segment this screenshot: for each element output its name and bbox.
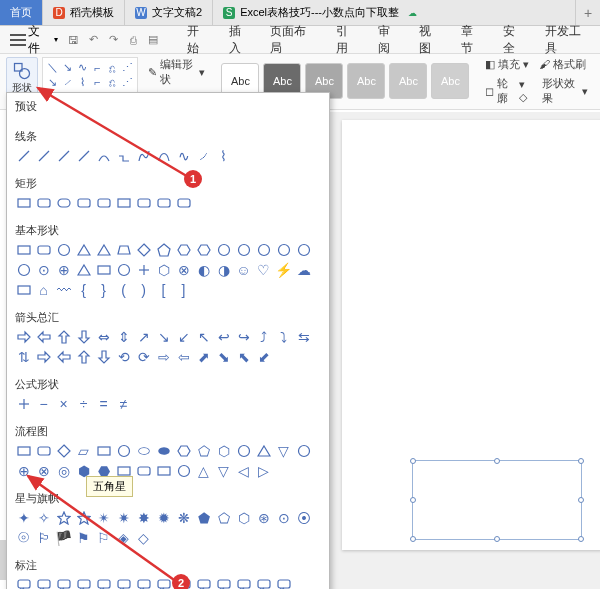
shape-item[interactable] <box>75 576 92 589</box>
shape-item[interactable]: ✦ <box>15 509 32 526</box>
shape-item[interactable] <box>15 328 32 345</box>
shape-item[interactable]: ⇨ <box>155 348 172 365</box>
shape-item[interactable] <box>75 509 92 526</box>
edit-shape-button[interactable]: ✎ 编辑形状 ▾ <box>148 57 205 87</box>
shape-item[interactable] <box>75 147 92 164</box>
shape-item[interactable] <box>55 442 72 459</box>
shape-item[interactable] <box>135 261 152 278</box>
shape-item[interactable] <box>75 241 92 258</box>
shape-item[interactable] <box>115 147 132 164</box>
shape-item[interactable]: ⬡ <box>155 261 172 278</box>
shape-item[interactable]: } <box>95 281 112 298</box>
shape-item[interactable] <box>255 442 272 459</box>
shape-item[interactable]: { <box>75 281 92 298</box>
shape-item[interactable]: ↘ <box>155 328 172 345</box>
shape-item[interactable]: [ <box>155 281 172 298</box>
shape-item[interactable]: × <box>55 395 72 412</box>
shape-item[interactable] <box>95 241 112 258</box>
shape-item[interactable] <box>235 241 252 258</box>
shape-item[interactable] <box>155 576 172 589</box>
shape-item[interactable] <box>195 576 212 589</box>
app-menu[interactable]: 文件▾ <box>6 21 62 59</box>
shape-item[interactable]: ⚡ <box>275 261 292 278</box>
outline-button[interactable]: ◻ 轮廓▾ ◇ 形状效果▾ <box>485 76 588 106</box>
shape-item[interactable]: ⬊ <box>215 348 232 365</box>
shape-item[interactable]: ◁ <box>235 462 252 479</box>
shape-item[interactable] <box>175 241 192 258</box>
shape-item[interactable] <box>135 147 152 164</box>
shape-item[interactable] <box>15 261 32 278</box>
shape-item[interactable]: ▽ <box>215 462 232 479</box>
shape-item[interactable] <box>95 576 112 589</box>
shape-item[interactable]: 🏴 <box>55 529 72 546</box>
shape-item[interactable]: ÷ <box>75 395 92 412</box>
shape-item[interactable]: ▱ <box>75 442 92 459</box>
shape-item[interactable] <box>55 328 72 345</box>
shape-item[interactable]: 🏳 <box>35 529 52 546</box>
print-icon[interactable]: ⎙ <box>125 32 141 48</box>
shape-item[interactable]: ⬬ <box>155 442 172 459</box>
shape-item[interactable] <box>75 194 92 211</box>
shape-item[interactable] <box>55 194 72 211</box>
shape-item[interactable] <box>115 261 132 278</box>
shape-item[interactable]: ⌂ <box>35 281 52 298</box>
shape-item[interactable]: ✸ <box>135 509 152 526</box>
style-swatch[interactable]: Abc <box>389 63 427 99</box>
shape-item[interactable] <box>135 576 152 589</box>
shape-item[interactable] <box>135 241 152 258</box>
shape-item[interactable]: ( <box>115 281 132 298</box>
shape-item[interactable]: ✧ <box>35 509 52 526</box>
shape-item[interactable] <box>115 576 132 589</box>
shape-item[interactable]: ⬉ <box>235 348 252 365</box>
shape-item[interactable]: ⊗ <box>35 462 52 479</box>
shape-item[interactable] <box>15 194 32 211</box>
shape-item[interactable] <box>255 576 272 589</box>
shape-item[interactable] <box>35 576 52 589</box>
shape-item[interactable] <box>35 194 52 211</box>
shape-item[interactable] <box>35 328 52 345</box>
shape-item[interactable] <box>135 194 152 211</box>
shape-item[interactable] <box>75 328 92 345</box>
style-swatch[interactable]: Abc <box>431 63 469 99</box>
shape-item[interactable]: ⬡ <box>235 509 252 526</box>
shape-item[interactable]: ▷ <box>255 462 272 479</box>
shape-item[interactable] <box>115 442 132 459</box>
shape-item[interactable]: 〰 <box>55 281 72 298</box>
save-icon[interactable]: 🖫 <box>66 32 82 48</box>
shape-item[interactable]: ⊕ <box>15 462 32 479</box>
shape-item[interactable]: ◑ <box>215 261 232 278</box>
page[interactable] <box>342 120 600 550</box>
shape-item[interactable] <box>95 442 112 459</box>
shape-item[interactable]: ♡ <box>255 261 272 278</box>
shape-item[interactable]: ⦾ <box>15 529 32 546</box>
selected-shape[interactable] <box>412 460 582 540</box>
shape-item[interactable]: ◈ <box>115 529 132 546</box>
shape-item[interactable]: ❋ <box>175 509 192 526</box>
shape-item[interactable]: ⊕ <box>55 261 72 278</box>
shape-item[interactable] <box>275 576 292 589</box>
shape-item[interactable] <box>175 194 192 211</box>
shape-item[interactable] <box>15 281 32 298</box>
tab-start[interactable]: 开始 <box>185 19 213 61</box>
shape-item[interactable] <box>75 348 92 365</box>
shape-item[interactable]: ↙ <box>175 328 192 345</box>
shape-item[interactable]: ✹ <box>155 509 172 526</box>
shape-item[interactable]: ⚑ <box>75 529 92 546</box>
shape-item[interactable] <box>15 147 32 164</box>
shape-item[interactable] <box>155 194 172 211</box>
shape-item[interactable]: ↩ <box>215 328 232 345</box>
shape-item[interactable]: ↖ <box>195 328 212 345</box>
tab-layout[interactable]: 页面布局 <box>268 19 319 61</box>
shape-item[interactable]: ⬭ <box>135 442 152 459</box>
shape-item[interactable] <box>155 462 172 479</box>
shape-item[interactable]: ✷ <box>115 509 132 526</box>
shape-item[interactable] <box>95 194 112 211</box>
shape-item[interactable]: ⬈ <box>195 348 212 365</box>
shape-item[interactable] <box>95 147 112 164</box>
shape-item[interactable] <box>275 241 292 258</box>
tab-insert[interactable]: 插入 <box>227 19 255 61</box>
shape-item[interactable] <box>255 241 272 258</box>
shape-item[interactable] <box>55 576 72 589</box>
shape-item[interactable]: = <box>95 395 112 412</box>
shape-item[interactable]: ⦿ <box>295 509 312 526</box>
